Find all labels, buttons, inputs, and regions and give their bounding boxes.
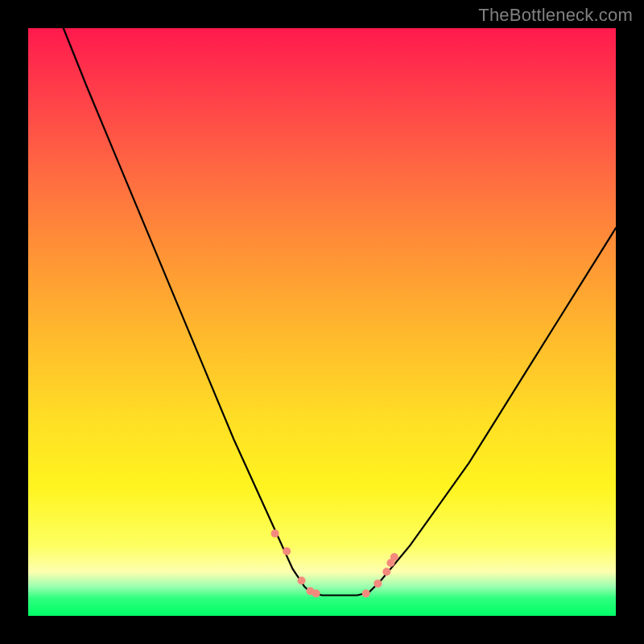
valley-marker — [382, 568, 390, 576]
valley-marker — [390, 553, 398, 561]
curve-layer — [28, 28, 616, 616]
valley-marker — [362, 589, 370, 597]
valley-marker — [312, 589, 320, 597]
plot-area — [28, 28, 616, 616]
valley-marker — [298, 576, 306, 584]
bottleneck-curve — [64, 28, 616, 596]
valley-marker — [283, 547, 291, 555]
valley-marker — [374, 580, 382, 588]
chart-stage: TheBottleneck.com — [0, 0, 644, 644]
valley-marker — [271, 530, 279, 538]
attribution-text: TheBottleneck.com — [478, 5, 633, 26]
